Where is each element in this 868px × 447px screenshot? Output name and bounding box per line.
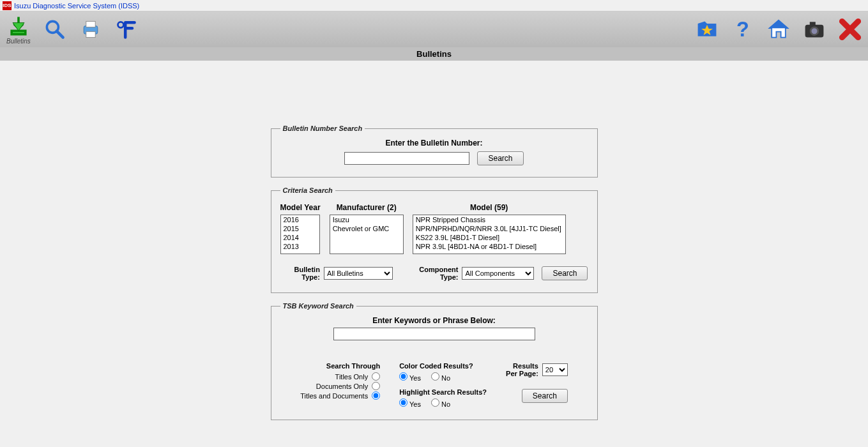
titlebar: IDS Isuzu Diagnostic Service System (IDS… [0, 0, 868, 11]
color-coded-header: Color Coded Results? [399, 362, 487, 370]
highlight-header: Highlight Search Results? [399, 388, 487, 396]
page-title: Bulletins [0, 47, 868, 61]
search-through-header: Search Through [300, 362, 380, 370]
highlight-yes-radio[interactable] [399, 398, 407, 407]
download-label: Bulletins [6, 38, 31, 45]
yes-label: Yes [409, 374, 421, 382]
bulletin-number-search: Bulletin Number Search Enter the Bulleti… [271, 125, 598, 178]
no-label: No [441, 400, 450, 408]
list-item[interactable]: Isuzu [330, 215, 403, 224]
tsb-keyword-search: TSB Keyword Search Enter Keywords or Phr… [271, 302, 598, 420]
tsb-keyword-input[interactable] [333, 328, 535, 340]
bulletin-number-label: Enter the Bulletin Number: [280, 139, 588, 148]
documents-only-label: Documents Only [316, 383, 368, 390]
toolbar: Bulletins ? [0, 11, 868, 47]
help-button[interactable]: ? [731, 18, 754, 41]
bulletin-type-select[interactable]: All Bulletins [324, 267, 393, 280]
window-title: Isuzu Diagnostic Service System (IDSS) [14, 2, 139, 10]
print-button[interactable] [79, 18, 102, 41]
search-button[interactable] [43, 18, 66, 41]
bulletin-number-search-button[interactable]: Search [477, 151, 523, 165]
titles-and-documents-label: Titles and Documents [300, 392, 368, 400]
highlight-no-radio[interactable] [431, 398, 439, 407]
camera-button[interactable] [803, 18, 826, 41]
model-year-list[interactable]: 2016 2015 2014 2013 [280, 215, 320, 254]
model-year-header: Model Year [280, 203, 321, 212]
manufacturer-header: Manufacturer (2) [330, 203, 404, 212]
color-coded-no-radio[interactable] [431, 372, 439, 381]
toolbar-left: Bulletins [6, 15, 138, 45]
download-button[interactable]: Bulletins [6, 15, 31, 45]
list-item[interactable]: 2016 [281, 215, 319, 224]
list-item[interactable]: KS22 3.9L [4BD1-T Diesel] [413, 233, 565, 242]
bulletin-type-label: Bulletin Type: [280, 266, 320, 281]
home-button[interactable] [767, 18, 790, 41]
component-type-select[interactable]: All Components [462, 267, 534, 280]
list-item[interactable]: 2015 [281, 224, 319, 233]
results-per-page-select[interactable]: 20 [542, 363, 568, 376]
results-per-page-label: Results Per Page: [506, 362, 538, 377]
list-item[interactable]: 2014 [281, 233, 319, 242]
temperature-button[interactable] [115, 18, 138, 41]
svg-line-2 [57, 31, 63, 38]
svg-point-14 [812, 28, 818, 34]
list-item[interactable]: NPR 3.9L [4BD1-NA or 4BD1-T Diesel] [413, 242, 565, 251]
titles-only-label: Titles Only [335, 373, 369, 381]
manufacturer-list[interactable]: Isuzu Chevrolet or GMC [330, 215, 404, 254]
titles-only-radio[interactable] [372, 372, 380, 381]
svg-rect-5 [86, 32, 95, 38]
model-header: Model (59) [413, 203, 566, 212]
tsb-keyword-search-button[interactable]: Search [522, 389, 568, 403]
list-item[interactable]: Chevrolet or GMC [330, 224, 403, 233]
svg-rect-12 [810, 22, 816, 25]
no-label: No [441, 374, 450, 382]
svg-marker-0 [13, 22, 24, 31]
list-item[interactable]: NPR Stripped Chassis [413, 215, 565, 224]
list-item[interactable]: 2013 [281, 242, 319, 251]
svg-rect-4 [86, 21, 95, 27]
svg-marker-10 [770, 20, 788, 29]
tsb-keyword-label: Enter Keywords or Phrase Below: [372, 316, 496, 325]
yes-label: Yes [409, 400, 421, 408]
svg-point-6 [118, 22, 123, 27]
criteria-search: Criteria Search Model Year 2016 2015 201… [271, 186, 598, 293]
tsb-keyword-legend: TSB Keyword Search [280, 302, 356, 310]
criteria-search-legend: Criteria Search [280, 186, 335, 194]
component-type-label: Component Type: [407, 266, 458, 281]
color-coded-yes-radio[interactable] [399, 372, 407, 381]
titles-and-documents-radio[interactable] [372, 391, 380, 400]
bulletin-number-input[interactable] [344, 152, 469, 165]
close-button[interactable] [839, 18, 862, 41]
content: Bulletin Number Search Enter the Bulleti… [0, 61, 868, 420]
list-item[interactable]: NPR/NPRHD/NQR/NRR 3.0L [4JJ1-TC Diesel] [413, 224, 565, 233]
app-icon: IDS [3, 1, 11, 10]
svg-text:?: ? [736, 18, 749, 41]
criteria-search-button[interactable]: Search [542, 266, 588, 280]
documents-only-radio[interactable] [372, 382, 380, 390]
favorites-button[interactable] [696, 18, 719, 41]
bulletin-number-legend: Bulletin Number Search [280, 125, 365, 132]
model-list[interactable]: NPR Stripped Chassis NPR/NPRHD/NQR/NRR 3… [413, 215, 566, 254]
toolbar-right: ? [696, 18, 862, 41]
